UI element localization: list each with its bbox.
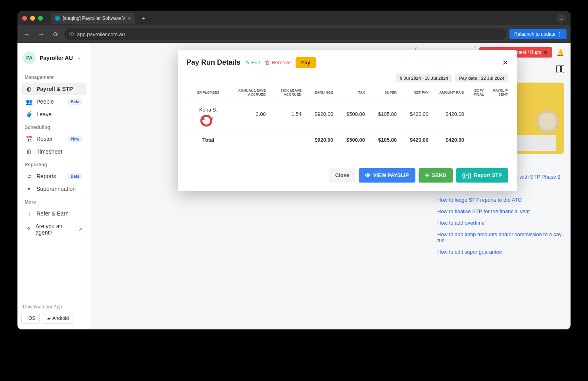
section-reporting: Reporting — [21, 158, 86, 170]
edit-button[interactable]: ✎ Edit — [245, 60, 260, 65]
modal-backdrop: Pay Run Details ✎ Edit 🗑 Remove Pay ✕ — [90, 43, 571, 329]
th-tax: TAX — [333, 91, 365, 95]
url-bar[interactable]: ⓘ app.payroller.com.au — [64, 28, 506, 40]
more-icon: ⋮ — [557, 31, 562, 37]
employee-name: Keira S. — [186, 107, 230, 113]
send-button[interactable]: ✈ SEND — [419, 168, 453, 183]
th-sick: SICK LEAVE ACCRUED — [266, 89, 302, 97]
th-earnings: EARNINGS — [302, 91, 333, 95]
modal-header: Pay Run Details ✎ Edit 🗑 Remove Pay ✕ — [186, 57, 508, 68]
cell-netpay: $420.00 — [397, 111, 429, 117]
sidebar-item-roster[interactable]: 📅 Roster New — [21, 133, 86, 145]
sidebar: PA Payroller AU ⌄ Management ◐ Payroll &… — [17, 43, 90, 329]
remove-button[interactable]: 🗑 Remove — [265, 60, 290, 65]
nav-bar: ← → ⟳ ⓘ app.payroller.com.au Relaunch to… — [17, 25, 571, 43]
th-netpay: NET PAY — [397, 91, 429, 95]
cell-super: $105.80 — [365, 111, 397, 117]
forward-button[interactable]: → — [36, 29, 47, 40]
total-netpay: $420.00 — [397, 137, 429, 143]
tab-title: [staging] Payroller Software V — [63, 15, 125, 21]
new-badge: New — [68, 136, 83, 142]
close-window-icon[interactable] — [22, 16, 27, 21]
th-employees: EMPLOYEES — [186, 91, 230, 95]
agent-icon: ? — [25, 226, 32, 233]
relaunch-button[interactable]: Relaunch to update ⋮ — [509, 29, 567, 39]
sidebar-item-super[interactable]: ✦ Superannuation — [21, 183, 86, 195]
back-button[interactable]: ← — [21, 29, 33, 40]
total-super: $105.80 — [365, 137, 397, 143]
ios-button[interactable]: iOS — [21, 313, 40, 324]
paper-plane-icon: ✈ — [425, 172, 430, 179]
sidebar-item-timesheet[interactable]: 🗓 Timesheet — [21, 145, 86, 158]
view-payslip-button[interactable]: 👁 VIEW PAYSLIP — [359, 168, 415, 183]
report-stp-button[interactable]: ((•)) Report STP — [456, 168, 508, 183]
close-tab-icon[interactable]: × — [128, 15, 131, 21]
employee-cell: Keira S. 🗎 ✈ — [186, 107, 230, 121]
sidebar-item-leave[interactable]: 🧳 Leave — [21, 108, 86, 121]
main-area: Join community group 🏳️ Feature Request … — [90, 43, 571, 329]
org-name: Payroller AU — [40, 55, 73, 61]
send-payslip-icon[interactable]: ✈ — [209, 115, 216, 121]
browser-window: [staging] Payroller Software V × ＋ ⌄ ← →… — [17, 11, 571, 329]
section-management: Management — [21, 71, 86, 83]
beta-badge: Beta — [67, 99, 83, 105]
pay-date-badge: Pay date : 22 Jul 2024 — [455, 74, 508, 82]
download-label: Download our App — [21, 301, 86, 313]
close-icon[interactable]: ✕ — [502, 58, 508, 67]
timesheet-icon: 🗓 — [25, 148, 33, 155]
sidebar-item-people[interactable]: 👥 People Beta — [21, 95, 86, 108]
section-scheduling: Scheduling — [21, 121, 86, 133]
org-switcher[interactable]: PA Payroller AU ⌄ — [21, 48, 86, 71]
pencil-icon: ✎ — [245, 60, 250, 65]
browser-tab[interactable]: [staging] Payroller Software V × — [51, 13, 135, 24]
org-avatar: PA — [23, 52, 36, 64]
cell-tax: $500.00 — [333, 111, 365, 117]
people-icon: 👥 — [25, 98, 33, 105]
payslip-doc-icon[interactable]: 🗎 — [201, 115, 207, 121]
cell-sick: 1.54 — [266, 111, 302, 117]
section-more: More — [21, 195, 86, 207]
url-text: app.payroller.com.au — [77, 31, 125, 37]
sidebar-item-payroll[interactable]: ◐ Payroll & STP — [21, 83, 86, 95]
trash-icon: 🗑 — [265, 60, 270, 65]
reports-icon: 🗂 — [25, 173, 33, 179]
sidebar-item-refer[interactable]: ▯ Refer & Earn — [21, 207, 86, 220]
maximize-window-icon[interactable] — [38, 16, 43, 21]
super-icon: ✦ — [25, 186, 33, 192]
sidebar-item-reports[interactable]: 🗂 Reports Beta — [21, 170, 86, 183]
cell-amountpaid: $420.00 — [429, 111, 464, 117]
refer-icon: ▯ — [25, 210, 33, 217]
table-row: Keira S. 🗎 ✈ 3.08 1.54 $920.00 $500.00 — [186, 100, 508, 131]
total-amountpaid: $420.00 — [429, 137, 464, 143]
total-earnings: $920.00 — [302, 137, 333, 143]
cell-earnings: $920.00 — [302, 111, 333, 117]
site-info-icon[interactable]: ⓘ — [69, 31, 74, 38]
leave-icon: 🧳 — [25, 111, 33, 117]
tab-overflow-icon[interactable]: ⌄ — [557, 14, 566, 23]
android-icon: ▰ — [47, 316, 51, 321]
table-header: EMPLOYEES ANNUAL LEAVE ACCRUED SICK LEAV… — [186, 85, 508, 100]
pay-run-details-modal: Pay Run Details ✎ Edit 🗑 Remove Pay ✕ — [178, 50, 517, 191]
sidebar-item-agent[interactable]: ? Are you an agent? ↗ — [21, 220, 86, 239]
modal-title: Pay Run Details — [186, 58, 240, 67]
traffic-lights — [22, 16, 43, 21]
minimize-window-icon[interactable] — [30, 16, 35, 21]
th-amountpaid: AMOUNT PAID — [429, 91, 464, 95]
tab-bar: [staging] Payroller Software V × ＋ ⌄ — [17, 11, 571, 25]
table-footer: Total $920.00 $500.00 $105.80 $420.00 $4… — [186, 131, 508, 148]
total-label: Total — [186, 137, 230, 143]
th-super: SUPER — [365, 91, 397, 95]
new-tab-button[interactable]: ＋ — [138, 14, 149, 23]
th-eofy: EOFY FINAL — [464, 89, 484, 97]
reload-button[interactable]: ⟳ — [50, 29, 61, 40]
pay-button[interactable]: Pay — [296, 57, 316, 68]
meta-badges: 9 Jul 2024 - 15 Jul 2024 Pay date : 22 J… — [186, 74, 508, 82]
payrun-table: EMPLOYEES ANNUAL LEAVE ACCRUED SICK LEAV… — [186, 85, 508, 148]
payroll-icon: ◐ — [25, 86, 33, 92]
close-button[interactable]: Close — [329, 168, 355, 183]
pay-period-badge: 9 Jul 2024 - 15 Jul 2024 — [396, 74, 452, 82]
android-button[interactable]: ▰ Android — [43, 313, 73, 324]
chevron-down-icon: ⌄ — [77, 55, 81, 61]
total-tax: $500.00 — [333, 137, 365, 143]
broadcast-icon: ((•)) — [462, 172, 472, 179]
